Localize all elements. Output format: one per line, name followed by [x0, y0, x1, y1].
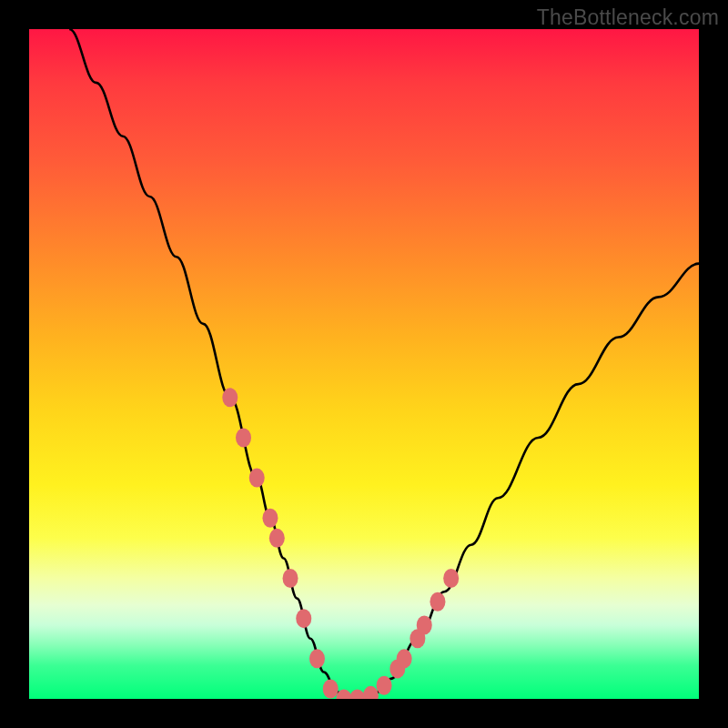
sample-marker	[417, 616, 432, 635]
sample-marker	[377, 676, 392, 695]
sample-marker	[443, 569, 459, 588]
sample-marker	[249, 469, 265, 488]
sample-marker	[269, 529, 285, 548]
sample-marker	[309, 649, 325, 668]
sample-marker	[397, 649, 412, 668]
sample-marker	[363, 686, 379, 699]
sample-markers-group	[222, 388, 459, 699]
sample-marker	[236, 428, 251, 447]
sample-marker	[262, 509, 278, 528]
sample-marker	[222, 388, 238, 407]
sample-marker	[283, 569, 298, 588]
bottleneck-curve-line	[69, 29, 699, 699]
chart-frame: TheBottleneck.com	[0, 0, 728, 728]
sample-marker	[323, 679, 339, 698]
sample-marker	[336, 690, 351, 700]
sample-marker	[349, 690, 365, 700]
chart-svg	[29, 29, 699, 699]
plot-area	[29, 29, 699, 699]
sample-marker	[296, 609, 311, 628]
sample-marker	[430, 592, 445, 612]
watermark-text: TheBottleneck.com	[537, 5, 719, 30]
